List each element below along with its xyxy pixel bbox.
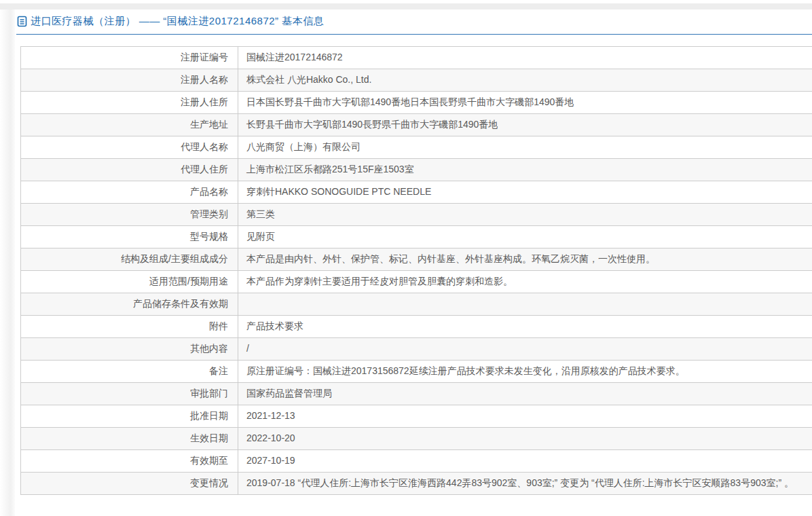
page-header: 进口医疗器械（注册） —— “国械注进20172146872” 基本信息 bbox=[16, 10, 812, 35]
row-value: 产品技术要求 bbox=[238, 316, 812, 338]
row-label: 附件 bbox=[21, 316, 238, 338]
row-label: 产品名称 bbox=[21, 181, 238, 204]
row-value: 八光商贸（上海）有限公司 bbox=[238, 136, 812, 159]
row-label: 适用范围/预期用途 bbox=[21, 271, 238, 293]
row-value: 本产品是由内针、外针、保护管、标记、内针基座、外针基座构成。环氧乙烷灭菌，一次性… bbox=[238, 248, 812, 271]
row-label: 注册人住所 bbox=[21, 92, 238, 114]
row-value: 2022-10-20 bbox=[238, 428, 812, 450]
row-value: 2021-12-13 bbox=[238, 405, 812, 428]
row-label: 批准日期 bbox=[21, 405, 238, 428]
table-row: 结构及组成/主要组成成分本产品是由内针、外针、保护管、标记、内针基座、外针基座构… bbox=[21, 248, 812, 271]
row-label: 结构及组成/主要组成成分 bbox=[21, 248, 238, 271]
table-row: 变更情况2019-07-18 “代理人住所:上海市长宁区淮海西路442弄83号9… bbox=[21, 473, 812, 495]
row-label: 代理人住所 bbox=[21, 159, 238, 181]
row-label: 注册证编号 bbox=[21, 47, 238, 69]
row-value: 株式会社 八光Hakko Co., Ltd. bbox=[238, 69, 812, 92]
table-row: 注册人名称株式会社 八光Hakko Co., Ltd. bbox=[21, 69, 812, 92]
row-label: 生产地址 bbox=[21, 114, 238, 136]
row-value: 国家药品监督管理局 bbox=[238, 383, 812, 405]
row-value: 上海市松江区乐都路251号15F座1503室 bbox=[238, 159, 812, 181]
table-row: 代理人名称八光商贸（上海）有限公司 bbox=[21, 136, 812, 159]
row-value: 见附页 bbox=[238, 226, 812, 248]
row-value: 2019-07-18 “代理人住所:上海市长宁区淮海西路442弄83号902室、… bbox=[238, 473, 812, 495]
row-value: 日本国长野县千曲市大字矶部1490番地日本国長野県千曲市大字磯部1490番地 bbox=[238, 92, 812, 114]
page-title: 进口医疗器械（注册） —— “国械注进20172146872” 基本信息 bbox=[31, 15, 324, 28]
table-row: 有效期至2027-10-19 bbox=[21, 450, 812, 473]
row-value: 2027-10-19 bbox=[238, 450, 812, 473]
row-label: 备注 bbox=[21, 361, 238, 383]
row-label: 代理人名称 bbox=[21, 136, 238, 159]
row-value: 第三类 bbox=[238, 204, 812, 226]
row-label: 管理类别 bbox=[21, 204, 238, 226]
document-icon bbox=[17, 16, 27, 27]
row-label: 有效期至 bbox=[21, 450, 238, 473]
row-value: 穿刺针HAKKO SONOGUIDE PTC NEEDLE bbox=[238, 181, 812, 204]
table-row: 备注原注册证编号：国械注进20173156872延续注册产品技术要求未发生变化，… bbox=[21, 361, 812, 383]
row-label: 型号规格 bbox=[21, 226, 238, 248]
row-label: 注册人名称 bbox=[21, 69, 238, 92]
table-row: 其他内容/ bbox=[21, 338, 812, 361]
content-area: 进口医疗器械（注册） —— “国械注进20172146872” 基本信息 注册证… bbox=[16, 10, 812, 495]
row-value: 长野县千曲市大字矶部1490長野県千曲市大字磯部1490番地 bbox=[238, 114, 812, 136]
row-value: 本产品作为穿刺针主要适用于经皮对胆管及胆囊的穿刺和造影。 bbox=[238, 271, 812, 293]
row-label: 其他内容 bbox=[21, 338, 238, 361]
row-label: 审批部门 bbox=[21, 383, 238, 405]
table-row: 代理人住所上海市松江区乐都路251号15F座1503室 bbox=[21, 159, 812, 181]
table-row: 型号规格见附页 bbox=[21, 226, 812, 248]
table-row: 管理类别第三类 bbox=[21, 204, 812, 226]
table-row: 生产地址长野县千曲市大字矶部1490長野県千曲市大字磯部1490番地 bbox=[21, 114, 812, 136]
registration-info-table: 注册证编号国械注进20172146872注册人名称株式会社 八光Hakko Co… bbox=[20, 46, 812, 495]
page-top-strip bbox=[0, 3, 812, 10]
row-value bbox=[238, 293, 812, 316]
table-row: 注册人住所日本国长野县千曲市大字矶部1490番地日本国長野県千曲市大字磯部149… bbox=[21, 92, 812, 114]
table-row: 注册证编号国械注进20172146872 bbox=[21, 47, 812, 69]
left-margin-strip bbox=[0, 10, 15, 516]
table-row: 审批部门国家药品监督管理局 bbox=[21, 383, 812, 405]
table-row: 生效日期2022-10-20 bbox=[21, 428, 812, 450]
row-value: / bbox=[238, 338, 812, 361]
registration-info-table-body: 注册证编号国械注进20172146872注册人名称株式会社 八光Hakko Co… bbox=[21, 47, 812, 495]
row-label: 变更情况 bbox=[21, 473, 238, 495]
row-value: 国械注进20172146872 bbox=[238, 47, 812, 69]
row-label: 产品储存条件及有效期 bbox=[21, 293, 238, 316]
table-row: 产品储存条件及有效期 bbox=[21, 293, 812, 316]
table-row: 适用范围/预期用途本产品作为穿刺针主要适用于经皮对胆管及胆囊的穿刺和造影。 bbox=[21, 271, 812, 293]
table-row: 批准日期2021-12-13 bbox=[21, 405, 812, 428]
table-row: 产品名称穿刺针HAKKO SONOGUIDE PTC NEEDLE bbox=[21, 181, 812, 204]
row-value: 原注册证编号：国械注进20173156872延续注册产品技术要求未发生变化，沿用… bbox=[238, 361, 812, 383]
row-label: 生效日期 bbox=[21, 428, 238, 450]
table-row: 附件产品技术要求 bbox=[21, 316, 812, 338]
